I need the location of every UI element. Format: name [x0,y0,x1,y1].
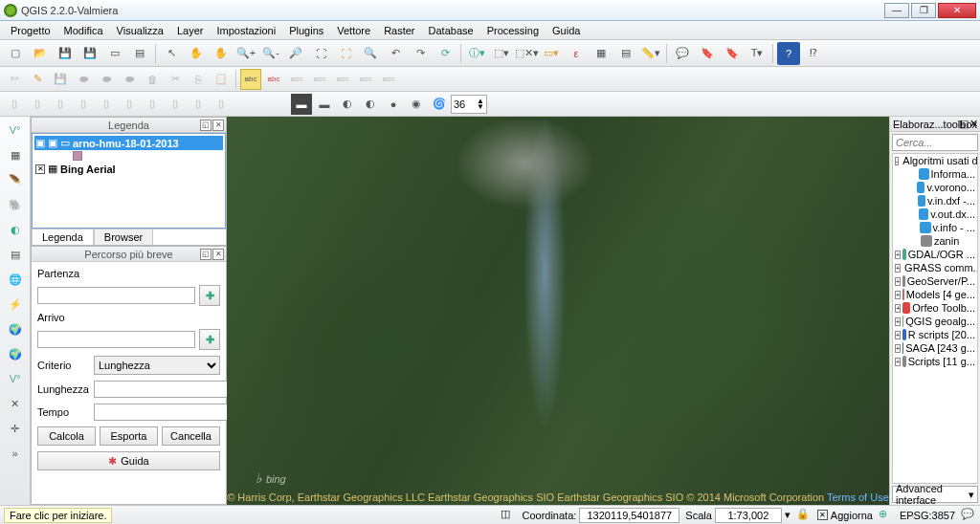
new-project-icon[interactable]: ▢ [4,42,27,65]
cancella-button[interactable]: Cancella [162,426,220,446]
add-vector-icon[interactable]: V° [4,119,27,142]
save-as-icon[interactable]: 💾 [78,42,101,65]
zoom-next-icon[interactable]: ↷ [409,42,432,65]
label-hide-icon[interactable]: abc [286,69,307,90]
menu-processing[interactable]: Processing [480,23,546,38]
esporta-button[interactable]: Esporta [100,426,158,446]
tree-node[interactable]: v.info - ... [893,221,977,234]
crs-icon[interactable]: ⊕ [879,508,894,523]
pan-selection-icon[interactable]: ✋ [210,42,233,65]
paste-icon[interactable]: 📋 [211,69,232,90]
rast5-icon[interactable]: ● [383,94,404,115]
pick-start-button[interactable]: ✚ [199,285,220,306]
zoom-native-icon[interactable]: 🔎 [284,42,307,65]
help-icon[interactable]: ? [777,42,800,65]
deselect-icon[interactable]: ⬚✕▾ [515,42,538,65]
new-composer-icon[interactable]: ▭ [103,42,126,65]
calcola-button[interactable]: Calcola [37,426,96,446]
maximize-button[interactable]: ❐ [911,3,936,18]
tree-node[interactable]: v.in.dxf -... [893,194,977,207]
add-wcs-icon[interactable]: ⚡ [4,293,27,316]
bookmark-show-icon[interactable]: 🔖 [721,42,744,65]
cut-icon[interactable]: ✂ [165,69,186,90]
open-icon[interactable]: 📂 [29,42,52,65]
zoom-selection-icon[interactable]: ⛶ [334,42,357,65]
add-spatialite-icon[interactable]: 🪶 [4,168,27,191]
menu-plugins[interactable]: Plugins [282,23,330,38]
add-mssql-icon[interactable]: 🌍 [4,342,27,365]
add-feature-icon[interactable]: ⬬ [73,69,94,90]
scala-input[interactable] [715,508,782,523]
field-calc-icon[interactable]: ▤ [614,42,637,65]
map-canvas[interactable]: ♭ bing © Harris Corp, Earthstar Geograph… [227,117,889,505]
lock-scale-icon[interactable]: 🔒 [796,508,812,523]
hist8-icon[interactable]: ▯ [165,94,186,115]
label-rotate-icon[interactable]: abc [332,69,353,90]
menu-guida[interactable]: Guida [546,23,587,38]
hist3-icon[interactable]: ▯ [50,94,71,115]
text-annotation-icon[interactable]: T▾ [746,42,768,65]
tab-legenda[interactable]: Legenda [32,229,94,245]
lunghezza-input[interactable] [94,381,232,398]
pan-icon[interactable]: ✋ [185,42,208,65]
label-prop-icon[interactable]: abc [378,69,399,90]
guida-button[interactable]: ✱Guida [37,451,220,470]
panel-close-icon[interactable]: ✕ [969,118,978,130]
tab-browser[interactable]: Browser [94,229,153,245]
select-icon[interactable]: ⬚▾ [490,42,513,65]
refresh-icon[interactable]: ⟳ [434,42,457,65]
hist-icon[interactable]: ▯ [4,94,25,115]
hist6-icon[interactable]: ▯ [119,94,140,115]
bookmark-new-icon[interactable]: 🔖 [696,42,719,65]
menu-progetto[interactable]: Progetto [4,23,57,38]
close-button[interactable]: ✕ [938,3,976,18]
ruler-icon[interactable]: 📏▾ [639,42,662,65]
log-icon[interactable]: 💬 [961,508,976,523]
add-postgis-icon[interactable]: 🐘 [4,193,27,216]
hist4-icon[interactable]: ▯ [73,94,94,115]
delete-icon[interactable]: 🗑 [142,69,163,90]
tree-node[interactable]: +Models [4 ge... [893,288,977,301]
tree-node[interactable]: +GDAL/OGR ... [893,248,977,261]
advanced-interface-select[interactable]: Advanced interface▾ [892,486,978,503]
identify-icon[interactable]: ⓘ▾ [465,42,488,65]
terms-link[interactable]: Terms of Use [827,491,889,503]
hist5-icon[interactable]: ▯ [96,94,117,115]
tree-node[interactable]: +GRASS comm... [893,261,977,274]
menu-modifica[interactable]: Modifica [57,23,110,38]
add-raster-icon[interactable]: ▦ [4,143,27,166]
node-icon[interactable]: ⬬ [119,69,140,90]
tree-node[interactable]: v.out.dx... [893,207,977,221]
panel-close-icon[interactable]: ✕ [212,249,224,260]
add-wfs-icon[interactable]: 🌐 [4,268,27,291]
label-icon[interactable]: abc [240,69,261,90]
menu-raster[interactable]: Raster [377,23,421,38]
pick-end-button[interactable]: ✚ [199,329,220,350]
zoom-in-icon[interactable]: 🔍+ [234,42,257,65]
arrivo-input[interactable] [37,331,195,348]
menu-database[interactable]: Database [422,23,480,38]
rast2-icon[interactable]: ▬ [314,94,335,115]
partenza-input[interactable] [37,287,195,304]
composer-manager-icon[interactable]: ▤ [128,42,151,65]
add-oracle-icon[interactable]: 🌍 [4,317,27,340]
panel-dock-icon[interactable]: ◱ [959,118,969,130]
hist9-icon[interactable]: ▯ [188,94,209,115]
tempo-input[interactable] [94,404,232,421]
tree-node[interactable]: +QGIS geoalg... [893,315,977,328]
label-change-icon[interactable]: abc [355,69,376,90]
rast1-icon[interactable]: ▬ [291,94,312,115]
hist2-icon[interactable]: ▯ [27,94,48,115]
remove-layer-icon[interactable]: ✕ [4,392,27,415]
zoom-layer-icon[interactable]: 🔍 [359,42,382,65]
spin-input[interactable]: ▲▼ [451,95,487,114]
tree-node[interactable]: +Orfeo Toolb... [893,301,977,315]
panel-dock-icon[interactable]: ◱ [200,120,212,131]
tree-node[interactable]: +R scripts [20... [893,328,977,341]
panel-close-icon[interactable]: ✕ [212,120,224,131]
toggle-extents-icon[interactable]: ◫ [501,508,516,523]
toolbox-tree[interactable]: -Algoritmi usati di ...Informa...v.voron… [892,153,978,484]
layer-list[interactable]: ▣▣▭ arno-hmu-18-01-2013 ✕▦ Bing Aerial [32,133,226,229]
render-checkbox[interactable]: ✕ [817,510,828,520]
tree-node[interactable]: v.vorono... [893,181,977,194]
